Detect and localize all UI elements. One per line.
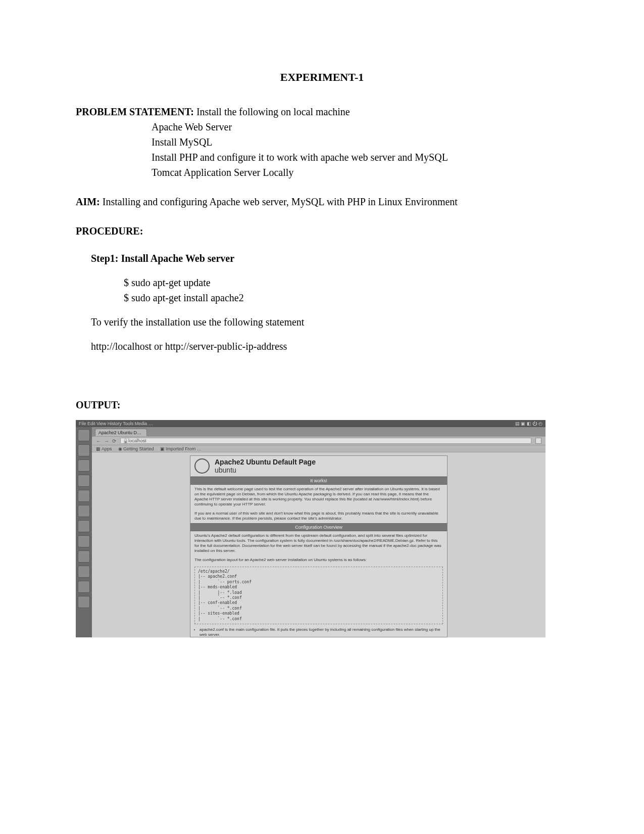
procedure: PROCEDURE: Step1: Install Apache Web ser… [76, 223, 568, 354]
url-bar: ← → ⟳ 🔒 localhost [92, 436, 546, 445]
config-tree: /etc/apache2/ |-- apache2.conf | `-- por… [194, 567, 443, 624]
step1-title: Step1: Install Apache Web server [76, 251, 568, 266]
problem-statement: PROBLEM STATEMENT: Install the following… [76, 104, 568, 180]
launcher-icon[interactable] [78, 475, 90, 487]
page-content: Apache2 Ubuntu Default Page ubuntu It wo… [92, 452, 546, 637]
browser-tab[interactable]: Apache2 Ubuntu D… [95, 429, 147, 436]
config-paragraph: The configuration layout for an Apache2 … [190, 555, 447, 565]
command: $ sudo apt-get install apache2 [76, 290, 568, 305]
url-text: localhost [128, 438, 146, 443]
config-bullets: apache2.conf is the main configuration f… [190, 626, 447, 637]
apache-card: Apache2 Ubuntu Default Page ubuntu It wo… [190, 455, 448, 637]
problem-item: Apache Web Server [76, 119, 568, 134]
browser-menu-icon[interactable] [535, 438, 541, 444]
problem-intro: Install the following on local machine [194, 106, 350, 117]
output-screenshot: File Edit View History Tools Media … ▤ ▣… [76, 420, 546, 637]
tab-bar: Apache2 Ubuntu D… [92, 427, 546, 436]
page-title: Apache2 Ubuntu Default Page [215, 458, 316, 466]
topbar-indicators: ▤ ▣ ◧ ⏻ ◴ [515, 421, 542, 426]
ubuntu-word: ubuntu [215, 466, 316, 474]
experiment-title: EXPERIMENT-1 [76, 71, 568, 84]
problem-item: Install PHP and configure it to work wit… [76, 150, 568, 165]
problem-item: Install MySQL [76, 134, 568, 150]
procedure-label: PROCEDURE: [76, 223, 568, 239]
launcher-icon[interactable] [78, 581, 90, 593]
desktop-topbar: File Edit View History Tools Media … ▤ ▣… [76, 420, 546, 427]
launcher-icon[interactable] [78, 566, 90, 578]
aim: AIM: Installing and configuring Apache w… [76, 194, 568, 209]
browser-window: Apache2 Ubuntu D… ← → ⟳ 🔒 localhost ▦ Ap… [92, 427, 546, 637]
launcher-icon[interactable] [78, 535, 90, 547]
launcher-icon[interactable] [78, 596, 90, 608]
section-bar: It works! [190, 477, 447, 485]
section-bar: Configuration Overview [190, 523, 447, 531]
address-input[interactable]: 🔒 localhost [120, 438, 531, 444]
bookmark-item[interactable]: ◉ Getting Started [118, 446, 154, 451]
problem-item: Tomcat Application Server Locally [76, 165, 568, 180]
verify-text: To verify the installation use the follo… [76, 314, 568, 330]
launcher-icon[interactable] [78, 444, 90, 456]
verify-link: http://localhost or http://server-public… [76, 339, 568, 354]
forward-icon[interactable]: → [104, 438, 109, 444]
bookmark-item[interactable]: ▦ Apps [96, 446, 112, 451]
aim-text: Installing and configuring Apache web se… [100, 196, 458, 207]
launcher-icon[interactable] [78, 520, 90, 532]
back-icon[interactable]: ← [96, 438, 101, 444]
bookmark-item[interactable]: ▣ Imported From … [160, 446, 202, 451]
problem-label: PROBLEM STATEMENT: [76, 106, 194, 117]
output-label: OUTPUT: [76, 399, 568, 411]
launcher-icon[interactable] [78, 459, 90, 472]
launcher-icon[interactable] [78, 490, 90, 502]
command: $ sudo apt-get update [76, 275, 568, 290]
welcome-paragraph: If you are a normal user of this web sit… [190, 509, 447, 523]
topbar-menus: File Edit View History Tools Media … [79, 421, 153, 426]
launcher-icon[interactable] [78, 505, 90, 517]
bookmarks-bar: ▦ Apps ◉ Getting Started ▣ Imported From… [92, 445, 546, 452]
launcher [76, 427, 92, 637]
welcome-paragraph: This is the default welcome page used to… [190, 485, 447, 509]
ubuntu-logo-icon [194, 458, 210, 474]
reload-icon[interactable]: ⟳ [112, 438, 116, 444]
bullet-item: apache2.conf is the main configuration f… [200, 627, 443, 637]
aim-label: AIM: [76, 196, 100, 207]
launcher-icon[interactable] [78, 550, 90, 563]
launcher-icon[interactable] [78, 429, 90, 441]
config-paragraph: Ubuntu's Apache2 default configuration i… [190, 531, 447, 555]
